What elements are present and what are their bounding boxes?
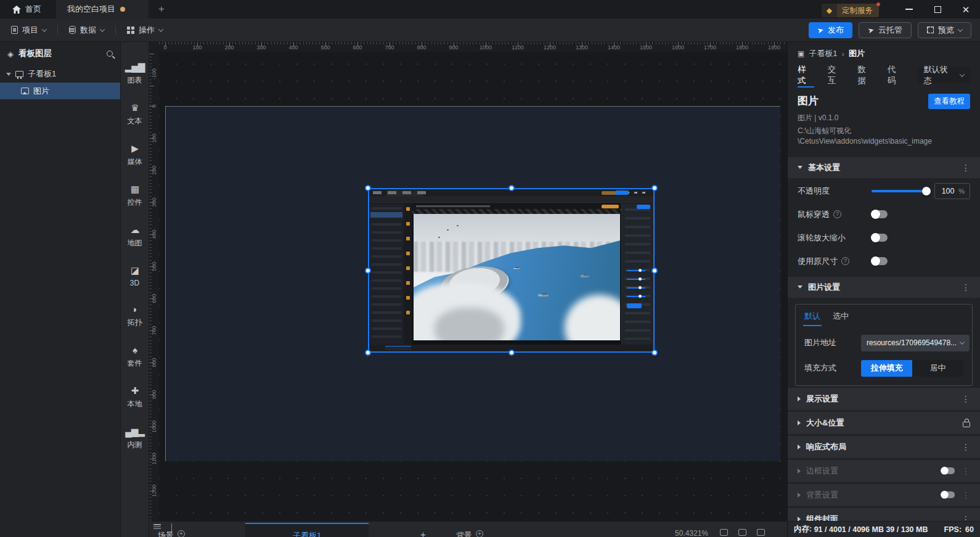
panel-toggle-icon[interactable] [720, 529, 728, 536]
widget-category-label: 本地 [128, 399, 142, 409]
section-image-settings[interactable]: 图片设置 ⋮ [788, 277, 980, 298]
selected-image-widget[interactable] [368, 188, 655, 353]
opacity-input[interactable]: 100 % [934, 183, 970, 199]
section-basic-settings[interactable]: 基本设置 ⋮ [788, 157, 980, 178]
slider-thumb[interactable] [922, 187, 931, 195]
section-responsive-layout[interactable]: 响应式布局 ⋮ [788, 436, 980, 458]
kebab-menu-icon[interactable]: ⋮ [962, 394, 970, 404]
help-icon[interactable] [841, 257, 849, 265]
tab-code[interactable]: 代码 [888, 63, 904, 88]
mouse-through-toggle[interactable] [872, 210, 888, 218]
widget-category-item[interactable]: ◗ 拓扑 [128, 304, 142, 328]
circle-plus-icon[interactable]: + [178, 530, 185, 537]
tab-data[interactable]: 数据 [857, 63, 874, 88]
cloud-host-button[interactable]: ➤ 云托管 [859, 22, 912, 38]
caret-down-icon[interactable] [6, 73, 11, 76]
resize-handle-bottom[interactable] [508, 350, 515, 356]
menu-actions[interactable]: 操作 [116, 18, 174, 41]
resize-handle-left[interactable] [365, 268, 371, 274]
database-icon [69, 26, 76, 34]
resize-handle-top[interactable] [508, 185, 515, 191]
kebab-menu-icon[interactable]: ⋮ [962, 442, 970, 452]
fill-mode-segmented: 拉伸填充 居中 [861, 360, 963, 377]
widget-category-item[interactable]: ▶ 媒体 [128, 143, 142, 167]
inspector-tabs: 样式 交互 数据 代码 默认状态 [788, 63, 980, 88]
minimize-button[interactable] [895, 0, 923, 18]
unsaved-dot-icon [120, 7, 125, 12]
lock-icon[interactable] [963, 422, 970, 427]
menu-project[interactable]: 项目 [0, 18, 57, 41]
state-selector[interactable]: 默认状态 [918, 67, 970, 83]
home-tab[interactable]: 首页 [0, 0, 56, 18]
original-size-toggle[interactable] [872, 257, 888, 265]
resize-handle-top-right[interactable] [651, 185, 658, 191]
list-icon[interactable] [153, 524, 161, 529]
widget-header: 图片 查看教程 图片 | v0.1.0 C:\山海鲸可视化 \CetusView… [788, 88, 980, 154]
notification-dot-icon [876, 2, 880, 6]
tutorial-button[interactable]: 查看教程 [928, 94, 970, 109]
widget-category-item[interactable]: ♛ 文本 [128, 102, 142, 126]
menu-data[interactable]: 数据 [58, 18, 115, 41]
widget-category-item[interactable]: ▄▆▂ 内测 [125, 426, 144, 450]
kebab-menu-icon[interactable]: ⋮ [962, 466, 970, 476]
canvas-stage[interactable] [159, 52, 787, 521]
tree-item-image[interactable]: 图片 [0, 83, 120, 99]
ruler-label: -100 [149, 69, 159, 79]
inspector-scroll[interactable]: ▣ 子看板1 › 图片 样式 交互 数据 代码 默认状态 [788, 42, 980, 521]
kebab-menu-icon[interactable]: ⋮ [962, 514, 970, 521]
section-size-position[interactable]: 大小&位置 [788, 412, 980, 434]
tab-interaction[interactable]: 交互 [828, 63, 844, 88]
close-button[interactable]: ✕ [952, 0, 980, 18]
kebab-menu-icon[interactable]: ⋮ [962, 163, 970, 173]
panel-toggle-icon[interactable] [757, 529, 765, 536]
project-tab[interactable]: 我的空白项目 [56, 0, 149, 18]
section-widget-cover[interactable]: 组件封面 ⋮ [788, 508, 980, 521]
section-display-settings[interactable]: 展示设置 ⋮ [788, 388, 980, 410]
canvas-area[interactable]: 0100200300400500600700800900100011001200… [149, 42, 787, 537]
widget-category-item[interactable]: ☁ 地图 [128, 224, 142, 248]
tree-group-subboard[interactable]: 子看板1 [0, 65, 120, 83]
scene-tab[interactable]: 场景 + [158, 530, 185, 537]
breadcrumb-parent[interactable]: 子看板1 [809, 48, 837, 59]
fill-stretch-option[interactable]: 拉伸填充 [861, 360, 912, 377]
resize-handle-bottom-right[interactable] [651, 350, 658, 356]
widget-category-item[interactable]: ▦ 控件 [128, 184, 142, 208]
widget-category-item[interactable]: ♠ 套件 [128, 345, 142, 369]
custom-service-button[interactable]: 定制服务 [837, 4, 879, 17]
circle-plus-icon[interactable]: + [476, 530, 483, 537]
widget-category-item[interactable]: ▂▅▇ 图表 [125, 62, 145, 86]
section-border-settings[interactable]: 边框设置 ⋮ [788, 460, 980, 482]
tab-style[interactable]: 样式 [798, 63, 814, 88]
layers-panel: ◈ 看板图层 子看板1 图片 [0, 42, 121, 537]
preview-button[interactable]: 预览 [918, 22, 971, 38]
opacity-slider[interactable] [872, 190, 929, 192]
tab-default-state[interactable]: 默认 [804, 311, 820, 326]
tab-selected-state[interactable]: 选中 [833, 311, 849, 326]
resize-handle-bottom-left[interactable] [365, 350, 371, 356]
border-toggle[interactable] [941, 467, 955, 474]
resize-handle-right[interactable] [651, 268, 658, 274]
active-subboard-tab[interactable]: 子看板1 [245, 523, 369, 537]
wheel-zoom-toggle[interactable] [872, 234, 888, 242]
background-toggle[interactable] [941, 491, 955, 498]
custom-service-group[interactable]: ◆ 定制服务 [822, 0, 879, 18]
widget-category-item[interactable]: ◪ 3D [130, 265, 139, 287]
ruler-label: 1700 [694, 44, 726, 51]
publish-button[interactable]: ➤ 发布 [809, 22, 852, 38]
section-background-settings[interactable]: 背景设置 ⋮ [788, 484, 980, 506]
menu-project-label: 项目 [22, 25, 38, 36]
panel-toggle-icon[interactable] [738, 529, 746, 536]
search-icon[interactable] [107, 51, 113, 57]
image-url-select[interactable]: resources/170969549478... [861, 335, 970, 351]
help-icon[interactable] [833, 210, 841, 218]
background-tab[interactable]: 背景 + [456, 530, 483, 537]
chevron-down-icon [42, 27, 47, 31]
add-subboard-button[interactable]: + [420, 529, 426, 537]
kebab-menu-icon[interactable]: ⋮ [962, 282, 970, 292]
new-tab-button[interactable]: + [149, 0, 174, 18]
maximize-button[interactable] [923, 0, 952, 18]
fill-center-option[interactable]: 居中 [912, 360, 963, 377]
kebab-menu-icon[interactable]: ⋮ [962, 490, 970, 500]
widget-category-item[interactable]: ✚ 本地 [128, 385, 142, 409]
resize-handle-top-left[interactable] [365, 185, 371, 191]
